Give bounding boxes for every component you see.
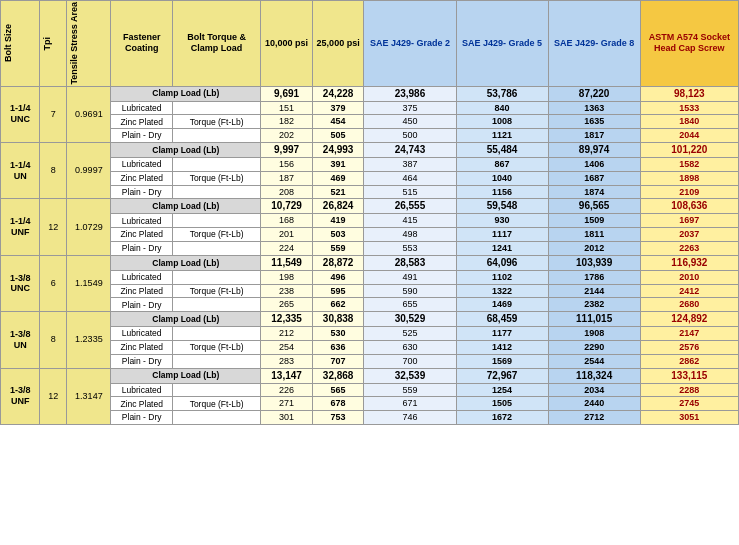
torque-astm: 2862 <box>640 354 738 368</box>
torque-10k: 271 <box>261 397 313 411</box>
torque-row: Lubricated 151 379 375 840 1363 1533 <box>1 101 739 115</box>
bolt-size-cell: 1-1/4 UN <box>1 142 40 198</box>
torque-25k: 707 <box>312 354 364 368</box>
torque-row: Plain - Dry 301 753 746 1672 2712 3051 <box>1 411 739 425</box>
torque-g5: 1117 <box>456 228 548 242</box>
clamp-g5: 64,096 <box>456 255 548 270</box>
torque-25k: 559 <box>312 241 364 255</box>
bolt-size-cell: 1-3/8 UN <box>1 312 40 368</box>
torque-g8: 1817 <box>548 129 640 143</box>
clamp-g5: 59,548 <box>456 199 548 214</box>
clamp-row: 1-3/8 UN 8 1.2335 Clamp Load (Lb) 12,335… <box>1 312 739 327</box>
torque-g8: 1406 <box>548 157 640 171</box>
fastener-coating-cell: Plain - Dry <box>111 241 172 255</box>
torque-g5: 1254 <box>456 383 548 397</box>
clamp-label: Clamp Load (Lb) <box>111 368 261 383</box>
torque-g5: 1102 <box>456 270 548 284</box>
clamp-g8: 111,015 <box>548 312 640 327</box>
torque-g5: 1177 <box>456 327 548 341</box>
torque-25k: 469 <box>312 171 364 185</box>
bolt-size-cell: 1-3/8 UNC <box>1 255 40 311</box>
torque-g2: 525 <box>364 327 456 341</box>
torque-25k: 678 <box>312 397 364 411</box>
torque-g5: 1505 <box>456 397 548 411</box>
torque-g5: 1322 <box>456 284 548 298</box>
torque-g5: 1008 <box>456 115 548 129</box>
torque-astm: 2412 <box>640 284 738 298</box>
torque-25k: 595 <box>312 284 364 298</box>
torque-row: Zinc PlatedTorque (Ft-Lb) 271 678 671 15… <box>1 397 739 411</box>
fastener-coating-cell: Zinc Plated <box>111 171 172 185</box>
torque-g2: 464 <box>364 171 456 185</box>
fastener-coating-cell: Zinc Plated <box>111 115 172 129</box>
clamp-g5: 68,459 <box>456 312 548 327</box>
torque-label: Torque (Ft-Lb) <box>172 171 260 185</box>
torque-row: Lubricated 198 496 491 1102 1786 2010 <box>1 270 739 284</box>
fastener-coating-cell: Lubricated <box>111 327 172 341</box>
torque-g2: 630 <box>364 340 456 354</box>
clamp-g5: 72,967 <box>456 368 548 383</box>
torque-10k: 283 <box>261 354 313 368</box>
clamp-g2: 28,583 <box>364 255 456 270</box>
torque-row: Plain - Dry 265 662 655 1469 2382 2680 <box>1 298 739 312</box>
torque-10k: 226 <box>261 383 313 397</box>
header-stress-area: Tensile Stress Area <box>67 1 111 87</box>
header-bolt-size: Bolt Size <box>1 1 40 87</box>
torque-25k: 636 <box>312 340 364 354</box>
torque-10k: 168 <box>261 214 313 228</box>
clamp-25k: 24,228 <box>312 86 364 101</box>
torque-g8: 1687 <box>548 171 640 185</box>
clamp-g8: 118,324 <box>548 368 640 383</box>
torque-25k: 505 <box>312 129 364 143</box>
torque-25k: 391 <box>312 157 364 171</box>
torque-g8: 1363 <box>548 101 640 115</box>
clamp-astm: 124,892 <box>640 312 738 327</box>
tpi-cell: 12 <box>40 199 67 255</box>
torque-g2: 746 <box>364 411 456 425</box>
stress-cell: 1.2335 <box>67 312 111 368</box>
clamp-10k: 13,147 <box>261 368 313 383</box>
clamp-g5: 55,484 <box>456 142 548 157</box>
torque-g2: 498 <box>364 228 456 242</box>
torque-g2: 415 <box>364 214 456 228</box>
torque-label: Torque (Ft-Lb) <box>172 228 260 242</box>
clamp-row: 1-3/8 UNF 12 1.3147 Clamp Load (Lb) 13,1… <box>1 368 739 383</box>
clamp-astm: 133,115 <box>640 368 738 383</box>
clamp-g8: 89,974 <box>548 142 640 157</box>
torque-row: Zinc PlatedTorque (Ft-Lb) 201 503 498 11… <box>1 228 739 242</box>
header-25k-psi: 25,000 psi <box>312 1 364 87</box>
torque-25k: 454 <box>312 115 364 129</box>
clamp-g2: 30,529 <box>364 312 456 327</box>
clamp-10k: 9,997 <box>261 142 313 157</box>
clamp-25k: 30,838 <box>312 312 364 327</box>
torque-g5: 1412 <box>456 340 548 354</box>
torque-g8: 1635 <box>548 115 640 129</box>
torque-25k: 496 <box>312 270 364 284</box>
fastener-coating-cell: Plain - Dry <box>111 411 172 425</box>
clamp-g8: 103,939 <box>548 255 640 270</box>
torque-10k: 208 <box>261 185 313 199</box>
torque-label: Torque (Ft-Lb) <box>172 115 260 129</box>
clamp-g2: 26,555 <box>364 199 456 214</box>
torque-astm: 1533 <box>640 101 738 115</box>
torque-g2: 450 <box>364 115 456 129</box>
tpi-cell: 8 <box>40 312 67 368</box>
clamp-astm: 116,932 <box>640 255 738 270</box>
torque-row: Plain - Dry 283 707 700 1569 2544 2862 <box>1 354 739 368</box>
torque-10k: 212 <box>261 327 313 341</box>
torque-astm: 2680 <box>640 298 738 312</box>
torque-10k: 182 <box>261 115 313 129</box>
torque-g8: 2440 <box>548 397 640 411</box>
fastener-coating-cell: Zinc Plated <box>111 228 172 242</box>
torque-astm: 1898 <box>640 171 738 185</box>
clamp-10k: 12,335 <box>261 312 313 327</box>
torque-astm: 2288 <box>640 383 738 397</box>
header-bolt-torque: Bolt Torque & Clamp Load <box>172 1 260 87</box>
bolt-size-cell: 1-3/8 UNF <box>1 368 40 424</box>
fastener-coating-cell: Plain - Dry <box>111 185 172 199</box>
torque-g2: 515 <box>364 185 456 199</box>
clamp-10k: 10,729 <box>261 199 313 214</box>
clamp-25k: 28,872 <box>312 255 364 270</box>
torque-astm: 2263 <box>640 241 738 255</box>
torque-astm: 2037 <box>640 228 738 242</box>
